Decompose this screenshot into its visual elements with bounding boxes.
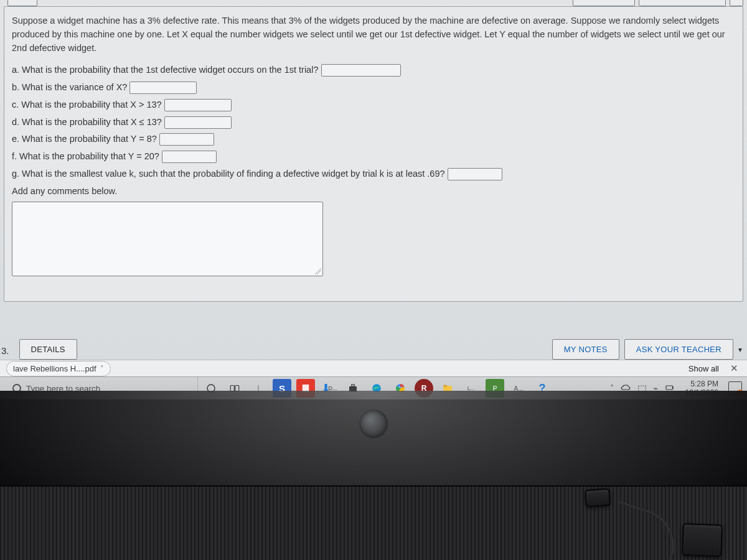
close-icon[interactable]: ✕ (728, 360, 741, 376)
truncated-button[interactable] (730, 0, 743, 6)
answer-e-input[interactable] (159, 133, 214, 146)
question-footer: 3. DETAILS MY NOTES ASK YOUR TEACHER ▾ (0, 339, 747, 360)
download-file-label: lave Rebellions H....pdf (13, 364, 96, 373)
question-g-label: g. What is the smallest value k, such th… (12, 169, 445, 179)
question-c-label: c. What is the probability that X > 13? (12, 100, 162, 110)
svg-rect-12 (666, 386, 673, 390)
my-notes-button[interactable]: MY NOTES (552, 339, 619, 360)
comments-textarea[interactable] (12, 202, 323, 276)
details-button[interactable]: DETAILS (19, 339, 77, 360)
comments-label: Add any comments below. (12, 186, 117, 196)
keyboard-key (585, 488, 611, 508)
hp-logo (359, 409, 388, 438)
truncated-button[interactable] (639, 0, 726, 6)
ask-teacher-button[interactable]: ASK YOUR TEACHER (624, 339, 733, 360)
dropdown-caret-icon[interactable]: ▾ (733, 345, 747, 354)
question-f-label: f. What is the probability that Y = 20? (12, 151, 159, 161)
download-chip[interactable]: lave Rebellions H....pdf ˄ (6, 361, 111, 376)
question-d-label: d. What is the probability that X ≤ 13? (12, 117, 162, 127)
cable (605, 501, 684, 560)
svg-rect-5 (352, 385, 355, 386)
question-e-label: e. What is the probability that Y = 8? (12, 134, 157, 144)
question-b-label: b. What is the variance of X? (12, 82, 127, 92)
keyboard-key (682, 523, 723, 557)
question-number: 3. (1, 345, 9, 360)
keyboard-strip (0, 485, 747, 560)
problem-intro: Suppose a widget machine has a 3% defect… (12, 14, 735, 55)
laptop-body-background (0, 391, 747, 560)
chevron-up-icon: ˄ (100, 365, 104, 373)
header-top-buttons (0, 0, 747, 6)
question-panel: Suppose a widget machine has a 3% defect… (4, 6, 743, 302)
answer-b-input[interactable] (129, 82, 197, 94)
browser-download-bar: lave Rebellions H....pdf ˄ Show all ✕ (0, 360, 747, 376)
truncated-button[interactable] (7, 0, 37, 6)
clock-time: 5:28 PM (685, 380, 718, 388)
truncated-button[interactable] (573, 0, 635, 6)
show-all-button[interactable]: Show all (688, 364, 719, 373)
answer-a-input[interactable] (321, 64, 401, 77)
answer-g-input[interactable] (448, 168, 502, 180)
answer-c-input[interactable] (164, 99, 232, 111)
answer-d-input[interactable] (164, 116, 232, 129)
svg-rect-13 (672, 386, 674, 388)
question-a-label: a. What is the probability that the 1st … (12, 65, 318, 75)
svg-rect-11 (443, 385, 447, 387)
answer-f-input[interactable] (162, 151, 217, 163)
